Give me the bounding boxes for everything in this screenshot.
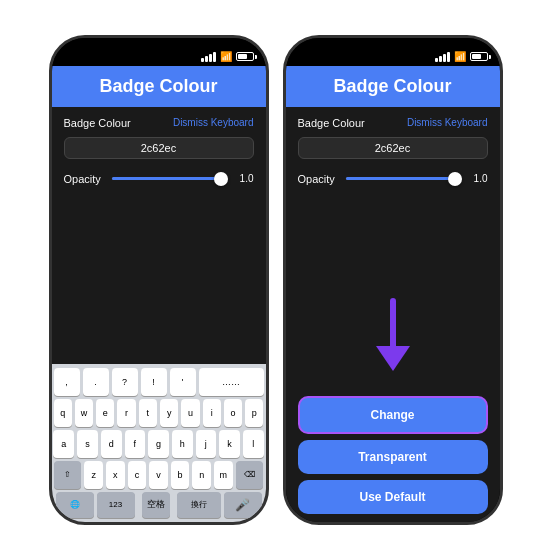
opacity-row-right: Opacity 1.0 — [298, 171, 488, 187]
app-header-right: Badge Colour — [286, 66, 500, 107]
kb-key-k[interactable]: k — [219, 430, 240, 458]
battery-icon-right — [470, 52, 488, 61]
signal-icon-right — [435, 52, 450, 62]
change-button[interactable]: Change — [298, 396, 488, 434]
kb-key-i[interactable]: i — [203, 399, 221, 427]
kb-key-q[interactable]: q — [54, 399, 72, 427]
kb-key-period[interactable]: . — [83, 368, 109, 396]
down-arrow-icon — [368, 296, 418, 376]
slider-thumb-right[interactable] — [448, 172, 462, 186]
phone-notch-right — [353, 38, 433, 60]
kb-delete-key[interactable]: ⌫ — [236, 461, 264, 489]
app-content-right: Badge Colour Dismiss Keyboard 2c62ec Opa… — [286, 107, 500, 199]
kb-key-question[interactable]: ? — [112, 368, 138, 396]
kb-key-a[interactable]: a — [53, 430, 74, 458]
colour-input-right[interactable]: 2c62ec — [298, 137, 488, 159]
phones-container: 📶 Badge Colour Badge Colour Dismiss Keyb… — [49, 35, 503, 525]
kb-key-r[interactable]: r — [117, 399, 135, 427]
wifi-icon-right: 📶 — [454, 52, 466, 62]
badge-colour-label-left: Badge Colour — [64, 117, 131, 129]
action-buttons-area: Change Transparent Use Default — [286, 388, 500, 522]
slider-fill-left — [112, 177, 222, 180]
kb-key-x[interactable]: x — [106, 461, 125, 489]
opacity-value-left: 1.0 — [234, 173, 254, 184]
transparent-button[interactable]: Transparent — [298, 440, 488, 474]
kb-key-j[interactable]: j — [196, 430, 217, 458]
badge-colour-label-right: Badge Colour — [298, 117, 365, 129]
kb-key-o[interactable]: o — [224, 399, 242, 427]
kb-key-s[interactable]: s — [77, 430, 98, 458]
kb-key-apostrophe[interactable]: ' — [170, 368, 196, 396]
kb-key-h[interactable]: h — [172, 430, 193, 458]
slider-track-left — [112, 177, 228, 180]
kb-key-b[interactable]: b — [171, 461, 190, 489]
kb-key-n[interactable]: n — [192, 461, 211, 489]
battery-icon — [236, 52, 254, 61]
wifi-icon: 📶 — [220, 52, 232, 62]
kb-key-f[interactable]: f — [125, 430, 146, 458]
kb-key-exclaim[interactable]: ! — [141, 368, 167, 396]
use-default-button[interactable]: Use Default — [298, 480, 488, 514]
kb-123-key[interactable]: 123 — [97, 492, 135, 518]
kb-row-qwerty: q w e r t y u i o p — [54, 399, 264, 427]
opacity-slider-left[interactable] — [112, 171, 228, 187]
kb-key-d[interactable]: d — [101, 430, 122, 458]
kb-row-symbols: , . ? ! ' …… — [54, 368, 264, 396]
kb-key-e[interactable]: e — [96, 399, 114, 427]
kb-row-zxcv: ⇧ z x c v b n m ⌫ — [54, 461, 264, 489]
opacity-label-right: Opacity — [298, 173, 340, 185]
field-row-right: Badge Colour Dismiss Keyboard — [298, 117, 488, 129]
dismiss-keyboard-btn-right[interactable]: Dismiss Keyboard — [407, 117, 488, 128]
right-phone: 📶 Badge Colour Badge Colour Dismiss Keyb… — [283, 35, 503, 525]
mic-icon: 🎤 — [235, 498, 250, 512]
slider-track-right — [346, 177, 462, 180]
slider-fill-right — [346, 177, 456, 180]
status-icons-right: 📶 — [435, 52, 488, 62]
kb-key-y[interactable]: y — [160, 399, 178, 427]
svg-marker-2 — [376, 346, 410, 371]
signal-icon — [201, 52, 216, 62]
kb-key-u[interactable]: u — [181, 399, 199, 427]
kb-key-ellipsis[interactable]: …… — [199, 368, 264, 396]
opacity-row-left: Opacity 1.0 — [64, 171, 254, 187]
left-phone: 📶 Badge Colour Badge Colour Dismiss Keyb… — [49, 35, 269, 525]
kb-key-g[interactable]: g — [148, 430, 169, 458]
kb-key-t[interactable]: t — [139, 399, 157, 427]
opacity-value-right: 1.0 — [468, 173, 488, 184]
colour-input-left[interactable]: 2c62ec — [64, 137, 254, 159]
phone-notch-left — [119, 38, 199, 60]
kb-key-m[interactable]: m — [214, 461, 233, 489]
kb-mic-key[interactable]: 🎤 — [224, 492, 262, 518]
app-content-left: Badge Colour Dismiss Keyboard 2c62ec Opa… — [52, 107, 266, 364]
slider-thumb-left[interactable] — [214, 172, 228, 186]
kb-return-key[interactable]: 換行 — [177, 492, 221, 518]
status-icons-left: 📶 — [201, 52, 254, 62]
kb-key-w[interactable]: w — [75, 399, 93, 427]
kb-key-l[interactable]: l — [243, 430, 264, 458]
opacity-label-left: Opacity — [64, 173, 106, 185]
kb-key-c[interactable]: c — [128, 461, 147, 489]
kb-key-comma[interactable]: , — [54, 368, 80, 396]
kb-key-p[interactable]: p — [245, 399, 263, 427]
field-row-left: Badge Colour Dismiss Keyboard — [64, 117, 254, 129]
app-header-left: Badge Colour — [52, 66, 266, 107]
keyboard-left: , . ? ! ' …… q w e r t y u i o p a s — [52, 364, 266, 522]
opacity-slider-right[interactable] — [346, 171, 462, 187]
kb-row-asdf: a s d f g h j k l — [54, 430, 264, 458]
kb-key-z[interactable]: z — [84, 461, 103, 489]
kb-space-key[interactable]: 空格 — [142, 492, 170, 518]
arrow-area — [286, 199, 500, 388]
kb-key-v[interactable]: v — [149, 461, 168, 489]
app-title-left: Badge Colour — [64, 76, 254, 97]
kb-bottom-row: 🌐 123 空格 換行 🎤 — [54, 492, 264, 518]
dismiss-keyboard-btn-left[interactable]: Dismiss Keyboard — [173, 117, 254, 128]
app-title-right: Badge Colour — [298, 76, 488, 97]
kb-shift-key[interactable]: ⇧ — [54, 461, 82, 489]
kb-globe-key[interactable]: 🌐 — [56, 492, 94, 518]
